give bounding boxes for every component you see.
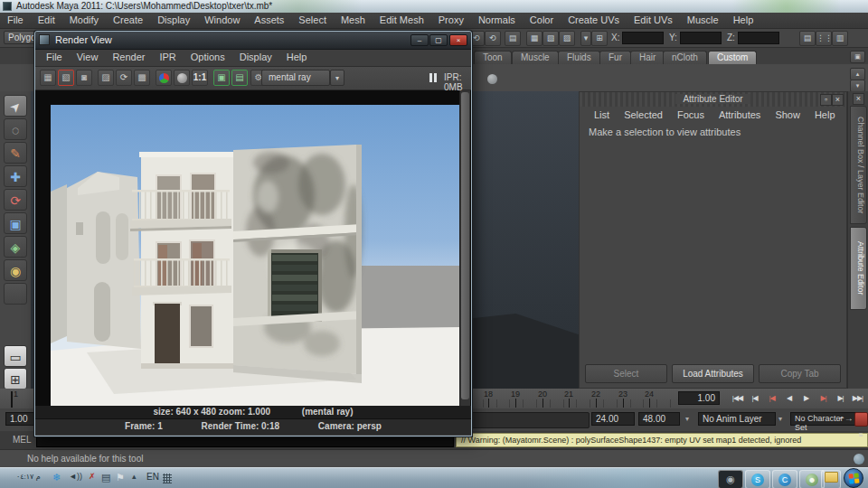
menu-item[interactable]: Options: [184, 50, 232, 62]
menu-item[interactable]: Help: [279, 50, 315, 62]
menu-item[interactable]: Select: [291, 13, 334, 25]
one-to-one-icon[interactable]: 1:1: [192, 70, 208, 86]
construction-history-off-icon[interactable]: ⟲: [485, 31, 501, 46]
script-editor-icon[interactable]: ≡: [859, 434, 866, 446]
go-to-start-button[interactable]: |◀◀: [729, 390, 746, 407]
skype-app-button[interactable]: S: [745, 470, 770, 488]
anim-layer-field[interactable]: No Anim Layer: [698, 412, 776, 426]
scale-tool[interactable]: ▣: [4, 212, 27, 234]
ipr-region-icon[interactable]: ▩: [134, 70, 150, 86]
soft-modification-tool[interactable]: ◉: [4, 259, 27, 281]
shelf-scroll-up-icon[interactable]: ▴: [850, 68, 865, 80]
renderer-dropdown[interactable]: mental ray: [261, 70, 330, 86]
shelf-tab-active[interactable]: Custom: [708, 51, 757, 64]
show-attribute-editor-icon[interactable]: ▤: [799, 31, 816, 46]
language-indicator[interactable]: EN: [146, 472, 159, 482]
vertical-scrollbar[interactable]: [459, 90, 470, 406]
menu-item[interactable]: Help: [726, 13, 761, 25]
shelf-tab[interactable]: Toon: [474, 51, 512, 64]
close-icon[interactable]: ×: [853, 93, 864, 105]
show-tool-settings-icon[interactable]: ⋮⋮: [816, 31, 832, 46]
menu-item[interactable]: Proxy: [431, 13, 471, 25]
scrollbar-thumb[interactable]: [461, 92, 469, 399]
close-icon[interactable]: ×: [832, 94, 844, 106]
refresh-icon[interactable]: ⟳: [116, 70, 132, 86]
shelf-clamp-icon[interactable]: ▣: [850, 51, 865, 63]
menu-item[interactable]: Display: [232, 50, 279, 62]
bluetooth-icon[interactable]: ❄: [52, 472, 61, 483]
minimize-button[interactable]: –: [410, 34, 429, 46]
auto-keyframe-icon[interactable]: [854, 412, 868, 427]
render-view-titlebar[interactable]: Render View – ▢ ×: [35, 32, 471, 50]
last-tool-slot[interactable]: [4, 283, 27, 305]
alpha-channel-icon[interactable]: [174, 70, 190, 86]
menu-item[interactable]: Window: [197, 13, 247, 25]
rgb-channels-icon[interactable]: [156, 70, 172, 86]
start-button[interactable]: [844, 468, 863, 488]
shelf-tab[interactable]: Fluids: [558, 51, 600, 64]
touch-keyboard-grid-icon[interactable]: [163, 474, 172, 483]
load-attributes-button[interactable]: Load Attributes: [672, 364, 754, 383]
menu-item[interactable]: Mesh: [334, 13, 373, 25]
render-current-frame-icon[interactable]: ▦: [526, 31, 542, 46]
shelf-tab[interactable]: nCloth: [663, 51, 707, 64]
blue-app-button[interactable]: C: [772, 470, 797, 488]
y-field[interactable]: [680, 32, 722, 44]
lasso-select-tool[interactable]: ◌: [4, 118, 27, 140]
ipr-render-icon[interactable]: ▨: [98, 70, 114, 86]
copy-tab-button[interactable]: Copy Tab: [759, 364, 841, 383]
menu-item[interactable]: Edit: [31, 13, 62, 25]
network-error-icon[interactable]: ✗: [89, 472, 96, 481]
menu-item[interactable]: Display: [150, 13, 197, 25]
shelf-tab[interactable]: Muscle: [512, 51, 559, 64]
os-titlebar[interactable]: Autodesk Maya 2011: C:\Users\Mohammed\De…: [0, 0, 868, 13]
remove-image-icon[interactable]: ▤: [231, 70, 248, 86]
step-forward-key-button[interactable]: ▶|: [815, 390, 832, 407]
menu-item[interactable]: File: [0, 13, 31, 25]
menu-item[interactable]: List: [587, 107, 617, 120]
move-tool[interactable]: ✚: [4, 165, 27, 187]
attribute-editor-tab[interactable]: Attribute Editor: [850, 227, 867, 310]
go-to-end-button[interactable]: ▶▶|: [849, 390, 866, 407]
menu-item[interactable]: Assets: [247, 13, 291, 25]
menu-item[interactable]: Create UVs: [561, 13, 627, 25]
tray-app-icon[interactable]: ▤: [101, 472, 110, 483]
menu-item[interactable]: Edit Mesh: [373, 13, 431, 25]
current-frame-field[interactable]: 1.00: [678, 391, 720, 405]
menu-item[interactable]: Color: [523, 13, 561, 25]
step-forward-frame-button[interactable]: ▶|: [832, 390, 849, 407]
menu-item[interactable]: Attributes: [712, 107, 768, 120]
step-back-key-button[interactable]: |◀: [763, 390, 780, 407]
paint-select-tool[interactable]: ✎: [4, 142, 27, 164]
menu-item[interactable]: Focus: [670, 107, 712, 120]
menu-item[interactable]: Normals: [471, 13, 523, 25]
chevron-down-icon[interactable]: ▾: [330, 70, 344, 86]
single-pane-layout-button[interactable]: ▭: [4, 345, 27, 367]
shelf-tab[interactable]: Hair: [630, 51, 665, 64]
action-center-flag-icon[interactable]: ⚑: [116, 472, 125, 483]
chevron-down-icon[interactable]: ▾: [685, 415, 689, 423]
playback-start-field[interactable]: 24.00: [591, 412, 635, 426]
step-back-frame-button[interactable]: |◀: [746, 390, 763, 407]
absolute-transform-icon[interactable]: ⊞: [591, 31, 608, 46]
explorer-app-button[interactable]: [821, 470, 841, 488]
menu-item[interactable]: IPR: [152, 50, 183, 62]
menu-item[interactable]: Create: [106, 13, 150, 25]
four-pane-layout-button[interactable]: ⊞: [4, 368, 27, 389]
restore-icon[interactable]: ▫: [820, 94, 832, 106]
snapshot-icon[interactable]: ◙: [76, 70, 92, 86]
menu-item[interactable]: File: [39, 50, 70, 62]
current-time-indicator[interactable]: [11, 391, 13, 408]
menu-item[interactable]: Muscle: [680, 13, 726, 25]
menu-item[interactable]: Selected: [617, 107, 670, 120]
pause-ipr-icon[interactable]: [429, 73, 439, 82]
clipboard-icon[interactable]: ▤: [505, 31, 521, 46]
z-field[interactable]: [738, 32, 779, 44]
x-field[interactable]: [622, 32, 664, 44]
keep-image-icon[interactable]: ▣: [213, 70, 230, 86]
show-channel-box-icon[interactable]: ▥: [832, 31, 848, 46]
channel-box-tab[interactable]: Channel Box / Layer Editor: [850, 106, 867, 224]
attribute-editor-titlebar[interactable]: Attribute Editor ▫ ×: [580, 92, 846, 107]
rotate-tool[interactable]: ⟳: [4, 189, 27, 211]
close-button[interactable]: ×: [449, 34, 467, 46]
